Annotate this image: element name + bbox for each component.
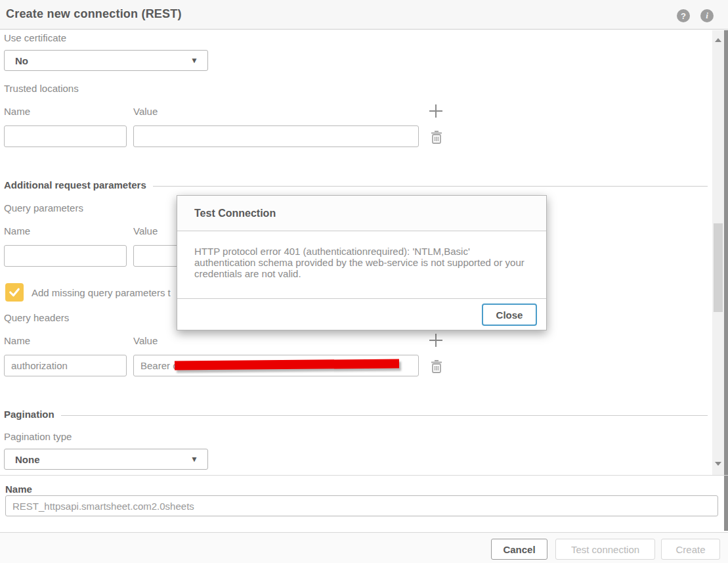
pagination-type-value: None [5, 454, 190, 465]
section-rule [61, 415, 708, 416]
modal-error-message: HTTP protocol error 401 (authenticationr… [177, 231, 546, 279]
trash-icon [430, 129, 443, 145]
test-connection-modal: Test Connection HTTP protocol error 401 … [177, 195, 547, 330]
query-param-value-header: Value [133, 225, 158, 236]
query-param-name-input[interactable] [4, 245, 127, 267]
create-button[interactable]: Create [661, 539, 720, 560]
help-icon[interactable]: ? [677, 9, 690, 22]
scroll-area-divider [0, 475, 728, 476]
pagination-type-label: Pagination type [4, 431, 72, 442]
chevron-down-icon: ▼ [190, 56, 207, 65]
trusted-value-input[interactable] [133, 125, 419, 147]
add-missing-query-params-label: Add missing query parameters t [32, 287, 171, 298]
scrollbar-up-arrow[interactable] [715, 38, 721, 42]
delete-query-header-button[interactable] [430, 358, 443, 374]
test-connection-button[interactable]: Test connection [555, 539, 655, 560]
trusted-locations-label: Trusted locations [4, 83, 79, 94]
add-query-header-button[interactable] [428, 332, 444, 348]
section-title: Additional request parameters [4, 179, 146, 191]
create-connection-window: Create new connection (REST) ? i Use cer… [0, 0, 728, 563]
section-rule [153, 186, 708, 187]
connection-name-label: Name [5, 484, 32, 495]
scrollbar-thumb[interactable] [714, 223, 723, 312]
modal-footer: Close [177, 298, 546, 330]
trash-icon [430, 358, 443, 374]
use-certificate-dropdown[interactable]: No ▼ [4, 50, 208, 71]
section-title: Pagination [4, 409, 54, 420]
additional-request-parameters-section: Additional request parameters [4, 179, 708, 191]
scrollbar-down-arrow[interactable] [715, 462, 721, 466]
trusted-value-header: Value [133, 106, 158, 117]
page-title: Create new connection (REST) [6, 7, 182, 21]
pagination-type-dropdown[interactable]: None ▼ [4, 449, 208, 470]
query-parameters-label: Query parameters [4, 202, 83, 214]
add-trusted-location-button[interactable] [428, 103, 444, 119]
trusted-name-header: Name [4, 106, 30, 117]
plus-icon [428, 103, 444, 119]
chevron-down-icon: ▼ [190, 455, 207, 464]
query-header-name-header: Name [4, 335, 30, 346]
use-certificate-value: No [5, 55, 190, 66]
cancel-button[interactable]: Cancel [491, 539, 547, 560]
connection-name-input[interactable] [5, 495, 718, 516]
add-missing-query-params-checkbox[interactable] [5, 283, 24, 302]
modal-title: Test Connection [177, 208, 276, 219]
use-certificate-label: Use certificate [4, 32, 66, 43]
delete-trusted-location-button[interactable] [430, 129, 443, 145]
info-icon[interactable]: i [700, 9, 714, 22]
query-header-value-header: Value [133, 335, 158, 346]
window-right-edge [724, 30, 728, 531]
redaction-bar [175, 359, 399, 371]
checkmark-icon [7, 285, 22, 300]
plus-icon [428, 332, 444, 348]
query-param-name-header: Name [4, 225, 30, 236]
pagination-section: Pagination [4, 409, 708, 420]
query-headers-label: Query headers [4, 312, 69, 323]
trusted-name-input[interactable] [4, 125, 127, 147]
modal-header: Test Connection [177, 196, 546, 231]
query-header-name-input[interactable] [4, 355, 127, 376]
close-button[interactable]: Close [482, 304, 537, 326]
